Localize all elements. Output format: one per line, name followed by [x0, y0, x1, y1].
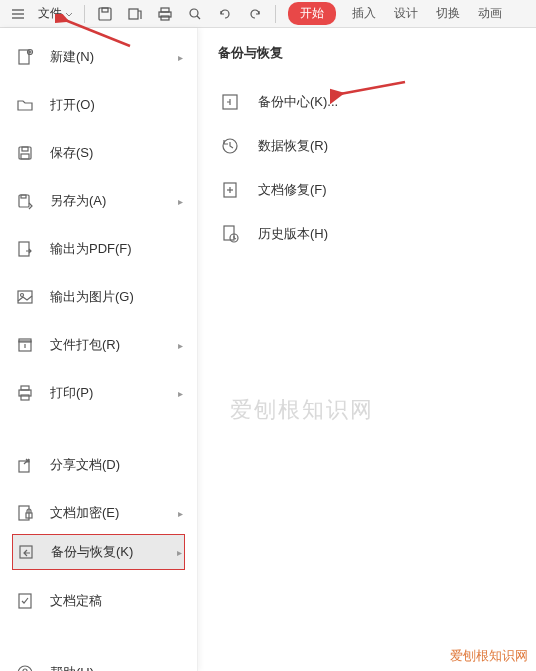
svg-rect-26 [21, 386, 29, 390]
file-menu[interactable]: 文件 [34, 5, 78, 22]
svg-rect-17 [21, 154, 29, 159]
data-recover-icon [218, 134, 242, 158]
sidebar-item-share[interactable]: 分享文档(D) [0, 446, 197, 484]
backup-icon [15, 541, 37, 563]
new-icon [14, 46, 36, 68]
sidebar-item-save[interactable]: 保存(S) [0, 134, 197, 172]
tab-insert[interactable]: 插入 [344, 2, 384, 25]
panel-item-data-recover[interactable]: 数据恢复(R) [218, 124, 536, 168]
panel-item-label: 数据恢复(R) [258, 137, 328, 155]
panel-item-history[interactable]: 历史版本(H) [218, 212, 536, 256]
sidebar-item-label: 新建(N) [50, 48, 178, 66]
chevron-right-icon: ▸ [177, 547, 182, 558]
open-icon [14, 94, 36, 116]
print-icon[interactable] [151, 2, 179, 26]
sidebar-item-pack[interactable]: 文件打包(R) ▸ [0, 326, 197, 364]
svg-rect-5 [129, 9, 138, 19]
help-icon [14, 662, 36, 671]
sidebar-item-label: 帮助(H) [50, 664, 178, 671]
chevron-right-icon: ▸ [178, 52, 183, 63]
sidebar-item-encrypt[interactable]: 文档加密(E) ▸ [0, 494, 197, 532]
panel-item-label: 历史版本(H) [258, 225, 328, 243]
file-menu-label: 文件 [38, 5, 62, 22]
history-icon [218, 222, 242, 246]
sidebar-item-img[interactable]: 输出为图片(G) [0, 278, 197, 316]
panel-item-label: 备份中心(K)... [258, 93, 338, 111]
sidebar-item-label: 文档定稿 [50, 592, 183, 610]
pdf-icon [14, 238, 36, 260]
sidebar-item-final[interactable]: 文档定稿 [0, 582, 197, 620]
svg-rect-43 [224, 226, 234, 240]
undo-group-icon[interactable] [121, 2, 149, 26]
pack-icon [14, 334, 36, 356]
sidebar-item-help[interactable]: 帮助(H) ▸ [0, 654, 197, 671]
chevron-down-icon [64, 9, 74, 19]
svg-point-22 [21, 294, 24, 297]
svg-line-10 [197, 16, 200, 19]
chevron-right-icon: ▸ [178, 508, 183, 519]
sidebar-item-label: 备份与恢复(K) [51, 543, 177, 561]
panel-item-doc-repair[interactable]: 文档修复(F) [218, 168, 536, 212]
sidebar-item-label: 输出为图片(G) [50, 288, 183, 306]
final-icon [14, 590, 36, 612]
separator [275, 5, 276, 23]
tab-design[interactable]: 设计 [386, 2, 426, 25]
svg-point-9 [190, 9, 198, 17]
separator [84, 5, 85, 23]
tab-start[interactable]: 开始 [288, 2, 336, 25]
redo-icon[interactable] [241, 2, 269, 26]
chevron-right-icon: ▸ [178, 196, 183, 207]
sidebar-item-label: 文件打包(R) [50, 336, 178, 354]
tab-transition[interactable]: 切换 [428, 2, 468, 25]
sidebar-item-label: 分享文档(D) [50, 456, 183, 474]
panel-title: 备份与恢复 [218, 44, 536, 62]
chevron-right-icon: ▸ [178, 668, 183, 672]
sidebar-item-label: 输出为PDF(F) [50, 240, 183, 258]
svg-rect-3 [99, 8, 111, 20]
chevron-right-icon: ▸ [178, 340, 183, 351]
tab-animation[interactable]: 动画 [470, 2, 510, 25]
panel-item-backup-center[interactable]: 备份中心(K)... [218, 80, 536, 124]
sidebar-item-label: 打开(O) [50, 96, 183, 114]
sidebar-item-pdf[interactable]: 输出为PDF(F) [0, 230, 197, 268]
chevron-right-icon: ▸ [178, 388, 183, 399]
svg-rect-32 [20, 546, 32, 558]
doc-repair-icon [218, 178, 242, 202]
svg-rect-6 [161, 8, 169, 12]
sidebar-item-new[interactable]: 新建(N) ▸ [0, 38, 197, 76]
save-icon [14, 142, 36, 164]
svg-rect-4 [102, 8, 108, 12]
sidebar-item-print[interactable]: 打印(P) ▸ [0, 374, 197, 412]
saveas-icon [14, 190, 36, 212]
encrypt-icon [14, 502, 36, 524]
svg-rect-29 [19, 461, 29, 472]
right-panel: 备份与恢复 备份中心(K)... 数据恢复(R) 文档修复(F) 历史版本(H) [198, 28, 536, 671]
sidebar-item-saveas[interactable]: 另存为(A) ▸ [0, 182, 197, 220]
sidebar-item-label: 另存为(A) [50, 192, 178, 210]
svg-rect-19 [21, 195, 26, 198]
svg-rect-16 [22, 147, 28, 151]
print-icon [14, 382, 36, 404]
sidebar-item-backup[interactable]: 备份与恢复(K) ▸ [12, 534, 185, 570]
share-icon [14, 454, 36, 476]
image-icon [14, 286, 36, 308]
backup-center-icon [218, 90, 242, 114]
sidebar-item-label: 打印(P) [50, 384, 178, 402]
sidebar: 新建(N) ▸ 打开(O) 保存(S) 另存为(A) ▸ 输出为PDF(F) [0, 28, 198, 671]
sidebar-item-label: 文档加密(E) [50, 504, 178, 522]
sidebar-item-open[interactable]: 打开(O) [0, 86, 197, 124]
toolbar: 文件 开始 插入 设计 切换 动画 [0, 0, 536, 28]
sidebar-item-label: 保存(S) [50, 144, 183, 162]
svg-rect-20 [19, 242, 29, 256]
save-icon[interactable] [91, 2, 119, 26]
undo-icon[interactable] [211, 2, 239, 26]
preview-icon[interactable] [181, 2, 209, 26]
menu-icon[interactable] [4, 2, 32, 26]
panel-item-label: 文档修复(F) [258, 181, 327, 199]
